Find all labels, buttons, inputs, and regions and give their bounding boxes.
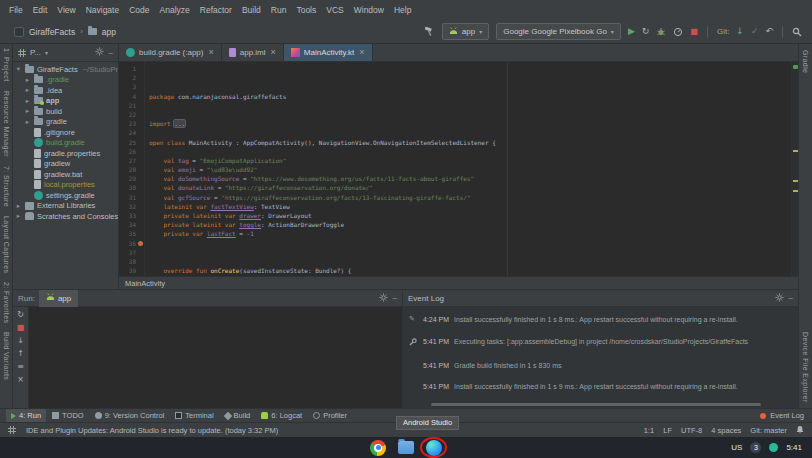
device-selector[interactable]: Google Google Pixelbook Go ▾ xyxy=(496,23,621,40)
code-line[interactable] xyxy=(149,147,791,156)
run-tab-app[interactable]: app xyxy=(39,290,78,307)
project-tree-item-giraffefacts[interactable]: ▾GiraffeFacts~/StudioProje xyxy=(13,64,118,75)
git-revert-button[interactable]: ↶ xyxy=(765,27,773,36)
gear-icon[interactable] xyxy=(379,293,388,304)
git-branch[interactable]: Git: master xyxy=(750,426,787,435)
clear-console-icon[interactable]: × xyxy=(17,376,24,384)
tool-button-layout-captures[interactable]: Layout Captures xyxy=(3,216,10,273)
profiler-button[interactable] xyxy=(673,23,683,41)
gear-icon[interactable] xyxy=(775,293,784,304)
tool-button-device-file-explorer[interactable]: Device File Explorer xyxy=(802,332,809,403)
chevron-right-icon[interactable]: ▸ xyxy=(24,107,31,115)
project-tree-item-gradle[interactable]: ▸gradle xyxy=(13,117,118,128)
gutter-line[interactable]: 36 xyxy=(119,239,136,248)
override-marker-icon[interactable] xyxy=(138,241,143,246)
gutter-line[interactable]: 22 xyxy=(119,110,136,119)
stop-button[interactable]: ■ xyxy=(690,28,698,36)
project-tree-item-gradle-properties[interactable]: gradle.properties xyxy=(13,148,118,159)
gutter-line[interactable]: 27 xyxy=(119,156,136,165)
error-stripe[interactable] xyxy=(791,62,798,276)
git-update-button[interactable]: ↓ xyxy=(736,27,744,36)
tool-button-7-structure[interactable]: 7: Structure xyxy=(3,166,10,207)
code-line[interactable] xyxy=(149,257,791,266)
code-line[interactable]: private lateinit var toggle: ActionBarDr… xyxy=(149,220,791,229)
git-commit-button[interactable]: ✓ xyxy=(751,27,759,36)
horizontal-scrollbar[interactable] xyxy=(431,403,761,406)
editor-gutter[interactable]: 1234212223242526272829303132333435363738… xyxy=(119,62,145,276)
chevron-right-icon[interactable]: ▸ xyxy=(24,97,31,105)
project-tree-item-settings-gradle[interactable]: settings.gradle xyxy=(13,190,118,201)
chevron-right-icon[interactable]: ▸ xyxy=(15,212,22,220)
notification-badge[interactable]: 3 xyxy=(750,442,761,453)
chevron-down-icon[interactable]: ▾ xyxy=(45,49,48,56)
scroll-down-icon[interactable]: ↓ xyxy=(17,337,24,345)
file-encoding[interactable]: UTF-8 xyxy=(681,426,702,435)
code-line[interactable] xyxy=(149,101,791,110)
event-log-button[interactable]: Event Log xyxy=(760,411,806,420)
debug-button[interactable] xyxy=(656,23,666,41)
code-line[interactable] xyxy=(149,128,791,137)
gutter-line[interactable]: 34 xyxy=(119,220,136,229)
tool-button-resource-manager[interactable]: Resource Manager xyxy=(3,91,10,157)
chevron-right-icon[interactable]: ▸ xyxy=(24,76,31,84)
project-tree-item-scratches-and-consoles[interactable]: ▸Scratches and Consoles xyxy=(13,211,118,222)
code-area[interactable]: package com.naranjaconsal.giraffefactsim… xyxy=(145,62,791,276)
code-line[interactable]: val donateLink = "https://giraffeconserv… xyxy=(149,183,791,192)
gutter-line[interactable]: 26 xyxy=(119,147,136,156)
keyboard-layout-indicator[interactable]: US xyxy=(731,443,742,452)
project-tree-item-gitignore[interactable]: .gitignore xyxy=(13,127,118,138)
project-tree-item-build-gradle[interactable]: build.gradle xyxy=(13,138,118,149)
gutter-line[interactable]: 1 xyxy=(119,64,136,73)
tool-button-1-project[interactable]: 1: Project xyxy=(3,48,10,82)
run-config-selector[interactable]: app ▾ xyxy=(442,23,489,40)
search-everywhere-icon[interactable] xyxy=(792,23,802,41)
line-separator[interactable]: LF xyxy=(663,426,672,435)
clock[interactable]: 5:41 xyxy=(786,443,802,452)
gutter-line[interactable]: 39 xyxy=(119,266,136,275)
menu-item-run[interactable]: Run xyxy=(266,3,292,17)
menu-item-edit[interactable]: Edit xyxy=(28,3,53,17)
chevron-right-icon[interactable]: ▸ xyxy=(24,118,31,126)
toolwindow-tab-9-version-control[interactable]: 9: Version Control xyxy=(90,409,170,422)
gutter-line[interactable]: 21 xyxy=(119,101,136,110)
breadcrumb-project[interactable]: GiraffeFacts xyxy=(29,27,75,37)
notifications-bell-icon[interactable] xyxy=(796,425,804,436)
file-manager-icon[interactable] xyxy=(398,441,414,454)
editor-tab-build-gradle-app[interactable]: build.gradle (:app)× xyxy=(119,44,222,61)
chevron-right-icon[interactable]: ▸ xyxy=(15,202,22,210)
menu-item-build[interactable]: Build xyxy=(237,3,266,17)
code-line[interactable]: private lateinit var drawer: DrawerLayou… xyxy=(149,211,791,220)
code-line[interactable] xyxy=(149,239,791,248)
toolwindow-tab-6-logcat[interactable]: 6: Logcat xyxy=(256,409,307,422)
gutter-line[interactable]: 28 xyxy=(119,165,136,174)
menu-item-window[interactable]: Window xyxy=(349,3,389,17)
stop-icon[interactable]: ■ xyxy=(17,324,25,332)
gutter-line[interactable]: 31 xyxy=(119,193,136,202)
build-hammer-icon[interactable] xyxy=(424,23,435,41)
toolwindow-tab-terminal[interactable]: Terminal xyxy=(170,409,218,422)
event-log-content[interactable]: ✎4:24 PMInstall successfully finished in… xyxy=(403,307,798,408)
code-line[interactable] xyxy=(149,110,791,119)
code-line[interactable] xyxy=(149,248,791,257)
gutter-line[interactable]: 38 xyxy=(119,257,136,266)
toolwindow-tab-4-run[interactable]: 4: Run xyxy=(6,409,46,422)
status-message[interactable]: IDE and Plugin Updates: Android Studio i… xyxy=(26,426,278,435)
gutter-line[interactable]: 29 xyxy=(119,174,136,183)
project-tree-item-local-properties[interactable]: local.properties xyxy=(13,180,118,191)
gutter-line[interactable]: 2 xyxy=(119,73,136,82)
gutter-line[interactable]: 35 xyxy=(119,229,136,238)
toolwindow-tab-profiler[interactable]: Profiler xyxy=(308,409,352,422)
project-tree-item-idea[interactable]: ▸.idea xyxy=(13,85,118,96)
project-tree-item-gradle[interactable]: ▸.gradle xyxy=(13,75,118,86)
code-line[interactable]: package com.naranjaconsal.giraffefacts xyxy=(149,92,791,101)
gutter-line[interactable]: 37 xyxy=(119,248,136,257)
code-line[interactable]: val doSomethingSource = "https://www.dos… xyxy=(149,174,791,183)
event-log-entry[interactable]: 5:41 PMExecuting tasks: [:app:assembleDe… xyxy=(409,338,792,349)
menu-item-view[interactable]: View xyxy=(52,3,80,17)
caret-position[interactable]: 1:1 xyxy=(644,426,654,435)
hide-panel-icon[interactable]: – xyxy=(393,294,397,302)
code-line[interactable]: override fun onCreate(savedInstanceState… xyxy=(149,266,791,275)
menu-item-code[interactable]: Code xyxy=(124,3,154,17)
toolwindow-tab-build[interactable]: Build xyxy=(220,409,256,422)
scroll-up-icon[interactable]: ↑ xyxy=(17,350,24,358)
